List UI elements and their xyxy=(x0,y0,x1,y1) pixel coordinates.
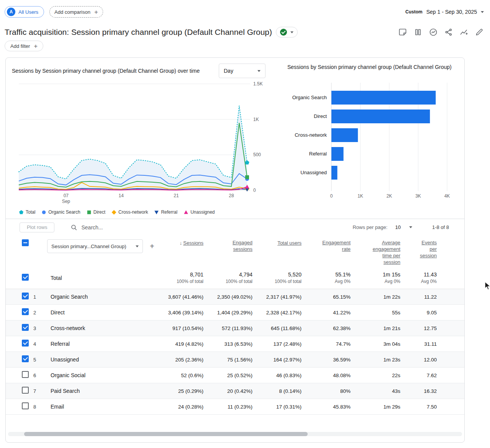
svg-text:2K: 2K xyxy=(387,193,392,198)
row-checkbox[interactable] xyxy=(22,371,29,378)
add-dimension-button[interactable]: + xyxy=(150,239,154,253)
add-comparison-button[interactable]: Add comparison + xyxy=(49,6,103,18)
legend-marker-icon xyxy=(184,210,188,215)
rows-per-page-select[interactable]: 10 xyxy=(395,224,412,230)
search-input[interactable] xyxy=(81,224,143,231)
line-chart-panel: Sessions by Session primary channel grou… xyxy=(12,63,269,219)
channel-name: Organic Search xyxy=(42,289,164,305)
metric-cell: 2,317 (41.97%) xyxy=(252,289,302,305)
metric-cell: 25 (0.29%) xyxy=(164,383,203,399)
plot-rows-button[interactable]: Plot rows xyxy=(20,222,54,232)
date-range-value: Sep 1 - Sep 30, 2025 xyxy=(426,9,477,15)
total-row-checkbox[interactable] xyxy=(22,274,29,281)
granularity-select[interactable]: Day xyxy=(219,64,265,78)
dimension-selector[interactable]: Session primary...Channel Group) xyxy=(47,239,143,253)
scrollbar-thumb[interactable] xyxy=(24,432,308,436)
column-header-events-per-session[interactable]: Events per session xyxy=(416,239,437,259)
table-toolbar: Plot rows Rows per page: 10 1-8 of 8 xyxy=(6,219,464,235)
segment-bar: A All Users Add comparison + Custom Sep … xyxy=(5,5,484,18)
metric-cell: 7.62 xyxy=(400,368,464,383)
page-title: Traffic acquisition: Session primary cha… xyxy=(5,28,272,37)
svg-text:4K: 4K xyxy=(444,193,450,198)
table-row: 7Paid Search25 (0.29%)20 (0.42%)8 (0.14%… xyxy=(6,383,464,399)
dimension-selector-label: Session primary...Channel Group) xyxy=(51,244,126,249)
metric-cell: 645 (11.68%) xyxy=(252,320,302,336)
plus-icon: + xyxy=(34,43,38,49)
svg-text:14: 14 xyxy=(118,193,124,198)
metric-cell: 1m 21s xyxy=(351,320,400,336)
chevron-down-icon xyxy=(136,245,139,247)
row-index: 4 xyxy=(30,336,42,352)
chevron-down-icon xyxy=(257,70,261,72)
row-checkbox[interactable] xyxy=(22,387,29,394)
row-index: 5 xyxy=(30,352,42,368)
metric-cell: 2,328 (42.17%) xyxy=(252,305,302,320)
metric-cell: 12.75 xyxy=(400,320,464,336)
total-row-label: Total xyxy=(42,271,164,289)
channel-name: Paid Search xyxy=(42,383,164,399)
metric-cell: 1m 29s xyxy=(351,399,400,415)
row-checkbox[interactable] xyxy=(22,308,29,315)
legend-item: Direct xyxy=(87,209,105,215)
svg-text:Sep: Sep xyxy=(62,199,70,204)
svg-text:Direct: Direct xyxy=(314,113,327,119)
row-checkbox[interactable] xyxy=(22,324,29,331)
legend-item: Unassigned xyxy=(184,209,215,215)
metric-cell: 7.50 xyxy=(400,399,464,415)
column-header-engaged-sessions[interactable]: Engaged sessions xyxy=(227,239,252,252)
horizontal-scrollbar[interactable] xyxy=(8,432,462,436)
column-header-engagement-rate[interactable]: Engagement rate xyxy=(318,239,351,252)
insights-icon[interactable] xyxy=(429,28,438,37)
sparkline-icon[interactable] xyxy=(459,28,469,37)
metric-cell: 20 (0.42%) xyxy=(203,383,252,399)
metric-cell: 572 (11.93%) xyxy=(203,320,252,336)
row-index: 8 xyxy=(30,399,42,415)
table-row: 6Organic Social52 (0.6%)25 (0.52%)46 (0.… xyxy=(6,368,464,383)
table-header-row: Session primary...Channel Group) + ↓Sess… xyxy=(6,235,464,271)
column-header-avg-engagement-time[interactable]: Average engagement time per session xyxy=(367,239,400,265)
plus-icon: + xyxy=(94,9,98,15)
legend-item: Total xyxy=(19,209,35,215)
report-header: Traffic acquisition: Session primary cha… xyxy=(5,25,484,39)
metric-cell: 46 (0.83%) xyxy=(252,368,302,383)
svg-text:0: 0 xyxy=(253,188,256,193)
select-all-checkbox[interactable] xyxy=(22,239,29,246)
column-header-sessions[interactable]: Sessions xyxy=(183,240,203,246)
add-filter-button[interactable]: Add filter + xyxy=(5,41,43,51)
report-status-badge[interactable] xyxy=(276,27,298,38)
metric-cell: 22s xyxy=(351,368,400,383)
metric-cell: 3m 04s xyxy=(351,336,400,352)
edit-icon[interactable] xyxy=(475,28,484,37)
date-range-picker[interactable]: Custom Sep 1 - Sep 30, 2025 xyxy=(405,9,484,15)
report-card: Sessions by Session primary channel grou… xyxy=(5,57,465,443)
row-checkbox[interactable] xyxy=(22,340,29,347)
channel-name: Organic Social xyxy=(42,368,164,383)
table-row: 1Organic Search3,607 (41.46%)2,350 (49.0… xyxy=(6,289,464,305)
total-engagement-rate: 55.1% xyxy=(302,271,351,278)
metric-cell: 419 (4.82%) xyxy=(164,336,203,352)
row-checkbox[interactable] xyxy=(22,402,29,409)
sort-descending-icon: ↓ xyxy=(180,240,182,246)
columns-icon[interactable] xyxy=(413,28,423,37)
row-checkbox[interactable] xyxy=(22,293,29,299)
metric-cell: 1,404 (29.29%) xyxy=(203,305,252,320)
metric-cell: 3,607 (41.46%) xyxy=(164,289,203,305)
channel-name: Cross-network xyxy=(42,320,164,336)
metric-cell: 11.22 xyxy=(400,289,464,305)
check-badge-icon xyxy=(280,29,287,36)
metric-cell: 62.38% xyxy=(302,320,351,336)
svg-text:Organic Search: Organic Search xyxy=(292,95,327,100)
line-chart-title: Sessions by Session primary channel grou… xyxy=(12,68,200,74)
metric-cell: 9.05 xyxy=(400,305,464,320)
row-checkbox[interactable] xyxy=(22,355,29,362)
metric-cell: 48.08% xyxy=(302,368,351,383)
all-users-segment-pill[interactable]: A All Users xyxy=(5,6,44,18)
segment-label: All Users xyxy=(18,9,38,15)
note-icon[interactable] xyxy=(398,28,407,37)
share-icon[interactable] xyxy=(444,28,453,37)
metric-cell: 917 (10.54%) xyxy=(164,320,203,336)
chevron-down-icon xyxy=(481,11,484,13)
column-header-total-users[interactable]: Total users xyxy=(277,240,302,246)
row-index: 1 xyxy=(30,289,42,305)
metric-cell: 16.32 xyxy=(400,383,464,399)
